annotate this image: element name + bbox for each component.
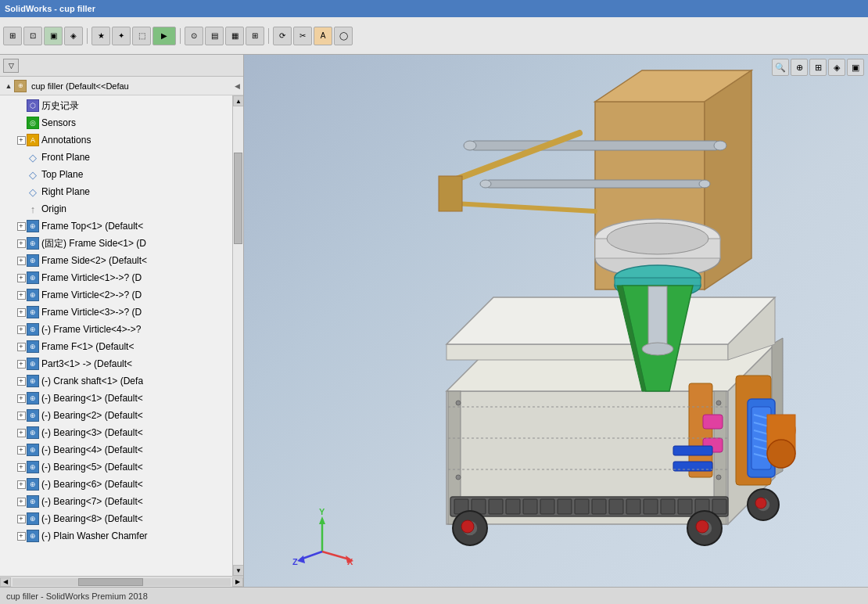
scroll-down-arrow[interactable]: ▼ — [233, 565, 243, 576]
tree-item-framevirticle2[interactable]: + ⊕ Frame Virticle<2>->? (D — [0, 286, 232, 304]
toolbar-btn-9[interactable]: ⊙ — [185, 27, 203, 45]
icon-framevirticle2: ⊕ — [27, 289, 39, 301]
toolbar-btn-15[interactable]: A — [314, 27, 332, 45]
svg-rect-27 — [615, 278, 701, 286]
tree-item-bearing5[interactable]: + ⊕ (-) Bearing<5> (Default< — [0, 458, 232, 476]
hscroll-right[interactable]: ▶ — [232, 577, 243, 587]
tree-item-part31[interactable]: + ⊕ Part3<1> -> (Default< — [0, 355, 232, 372]
svg-rect-61 — [644, 499, 658, 514]
tree-item-bearing8[interactable]: + ⊕ (-) Bearing<8> (Default< — [0, 510, 232, 527]
tree-item-framef1[interactable]: + ⊕ Frame F<1> (Default< — [0, 338, 232, 355]
expand-btn-bearing4[interactable]: + — [16, 444, 27, 455]
expand-btn-bearing7[interactable]: + — [16, 496, 27, 507]
scroll-thumb[interactable] — [234, 153, 242, 244]
expand-btn-framevirticle1[interactable]: + — [16, 272, 27, 283]
expand-btn-bearing2[interactable]: + — [16, 410, 27, 421]
tree-area[interactable]: ⬡ 历史记录 ◎ Sensors + A Annotations ◇ Front… — [0, 95, 232, 576]
scroll-track[interactable] — [233, 106, 243, 565]
label-framevirticle4: (-) Frame Virticle<4>->? — [41, 324, 141, 335]
svg-point-82 — [716, 401, 721, 405]
tree-item-frametop1[interactable]: + ⊕ Frame Top<1> (Default< — [0, 218, 232, 235]
tree-item-bearing4[interactable]: + ⊕ (-) Bearing<4> (Default< — [0, 441, 232, 458]
tree-item-framevirticle1[interactable]: + ⊕ Frame Virticle<1>->? (D — [0, 269, 232, 286]
toolbar-btn-1[interactable]: ⊞ — [3, 27, 22, 45]
tree-item-bearing1[interactable]: + ⊕ (-) Bearing<1> (Default< — [0, 390, 232, 407]
expand-btn-frameside1[interactable]: + — [16, 238, 27, 249]
hscroll-thumb[interactable] — [78, 578, 144, 586]
expand-btn-framevirticle4[interactable]: + — [16, 324, 27, 335]
expand-btn-framevirticle2[interactable]: + — [16, 289, 27, 300]
tree-item-origin[interactable]: ↑ Origin — [0, 200, 232, 218]
toolbar-btn-5[interactable]: ★ — [91, 27, 110, 45]
icon-rightplane: ◇ — [27, 185, 39, 198]
toolbar-btn-4[interactable]: ◈ — [64, 27, 83, 45]
toolbar-btn-10[interactable]: ▤ — [205, 27, 224, 45]
horizontal-scrollbar[interactable]: ◀ ▶ — [0, 576, 243, 587]
svg-point-69 — [461, 520, 474, 533]
tree-item-framevirticle4[interactable]: + ⊕ (-) Frame Virticle<4>->? — [0, 321, 232, 338]
hscroll-left[interactable]: ◀ — [0, 577, 11, 587]
toolbar-btn-16[interactable]: ◯ — [334, 27, 353, 45]
expand-btn-bearing1[interactable]: + — [16, 393, 27, 404]
expand-btn-bearing6[interactable]: + — [16, 479, 27, 490]
expand-btn-part31[interactable]: + — [16, 358, 27, 369]
expand-btn-frametop1[interactable]: + — [16, 221, 27, 232]
tree-item-bearing2[interactable]: + ⊕ (-) Bearing<2> (Default< — [0, 407, 232, 424]
tree-item-crankshaft1[interactable]: + ⊕ (-) Crank shaft<1> (Defa — [0, 372, 232, 390]
toolbar-btn-8[interactable]: ▶ — [152, 27, 176, 45]
tree-item-topplane[interactable]: ◇ Top Plane — [0, 166, 232, 183]
expand-btn-annotations[interactable]: + — [16, 135, 27, 146]
label-annotations: Annotations — [41, 135, 91, 146]
tree-item-frameside1[interactable]: + ⊕ (固定) Frame Side<1> (D — [0, 235, 232, 252]
viewport[interactable]: 🔍 ⊕ ⊞ ◈ ▣ — [244, 55, 868, 587]
tree-item-plainwasher[interactable]: + ⊕ (-) Plain Washer Chamfer — [0, 527, 232, 545]
root-collapse-btn[interactable]: ▲ — [3, 81, 14, 92]
label-topplane: Top Plane — [41, 169, 83, 180]
icon-part31: ⊕ — [27, 358, 39, 370]
expand-btn-framevirticle3[interactable]: + — [16, 307, 27, 318]
tree-item-annotations[interactable]: + A Annotations — [0, 131, 232, 149]
tree-item-bearing6[interactable]: + ⊕ (-) Bearing<6> (Default< — [0, 476, 232, 493]
toolbar-sep-1 — [87, 28, 88, 44]
assembly-icon: ⊕ — [14, 80, 27, 92]
tree-item-sensors[interactable]: ◎ Sensors — [0, 114, 232, 131]
label-frontplane: Front Plane — [41, 152, 90, 163]
toolbar-btn-2[interactable]: ⊡ — [23, 27, 42, 45]
expand-btn-bearing8[interactable]: + — [16, 513, 27, 524]
svg-rect-52 — [489, 499, 503, 514]
toolbar-btn-7[interactable]: ⬚ — [132, 27, 151, 45]
toolbar-btn-12[interactable]: ⊞ — [246, 27, 264, 45]
tree-item-rightplane[interactable]: ◇ Right Plane — [0, 183, 232, 200]
expand-btn-frameside2[interactable]: + — [16, 255, 27, 266]
scroll-up-arrow[interactable]: ▲ — [233, 95, 243, 106]
tree-item-bearing7[interactable]: + ⊕ (-) Bearing<7> (Default< — [0, 493, 232, 510]
label-rightplane: Right Plane — [41, 186, 90, 197]
filter-button[interactable]: ▽ — [3, 59, 19, 73]
panel-header[interactable]: ▲ ⊕ cup filler (Default<<Defau ◀ — [0, 77, 243, 95]
toolbar-btn-13[interactable]: ⟳ — [273, 27, 292, 45]
toolbar-btn-11[interactable]: ▦ — [225, 27, 244, 45]
svg-point-16 — [480, 180, 491, 188]
expand-btn-plainwasher[interactable]: + — [16, 530, 27, 541]
tree-item-frontplane[interactable]: ◇ Front Plane — [0, 149, 232, 166]
toolbar-btn-3[interactable]: ▣ — [44, 27, 63, 45]
vertical-scrollbar[interactable]: ▲ ▼ — [232, 95, 243, 576]
toolbar-btn-14[interactable]: ✂ — [293, 27, 312, 45]
expand-btn-framef1[interactable]: + — [16, 341, 27, 352]
expand-btn-bearing5[interactable]: + — [16, 462, 27, 473]
toolbar-btn-6[interactable]: ✦ — [112, 27, 131, 45]
title-bar: SolidWorks - cup filler — [0, 0, 868, 17]
icon-bearing4: ⊕ — [27, 444, 39, 456]
svg-point-83 — [716, 475, 721, 480]
tree-item-history[interactable]: ⬡ 历史记录 — [0, 97, 232, 114]
tree-item-bearing3[interactable]: + ⊕ (-) Bearing<3> (Default< — [0, 424, 232, 441]
svg-rect-36 — [673, 446, 712, 455]
expand-btn-crankshaft1[interactable]: + — [16, 376, 27, 386]
icon-framevirticle3: ⊕ — [27, 306, 39, 318]
tree-item-framevirticle3[interactable]: + ⊕ Frame Virticle<3>->? (D — [0, 304, 232, 321]
label-bearing1: (-) Bearing<1> (Default< — [41, 393, 143, 404]
label-bearing8: (-) Bearing<8> (Default< — [41, 513, 143, 524]
hscroll-track[interactable] — [13, 578, 231, 586]
expand-btn-bearing3[interactable]: + — [16, 427, 27, 438]
tree-item-frameside2[interactable]: + ⊕ Frame Side<2> (Default< — [0, 252, 232, 269]
